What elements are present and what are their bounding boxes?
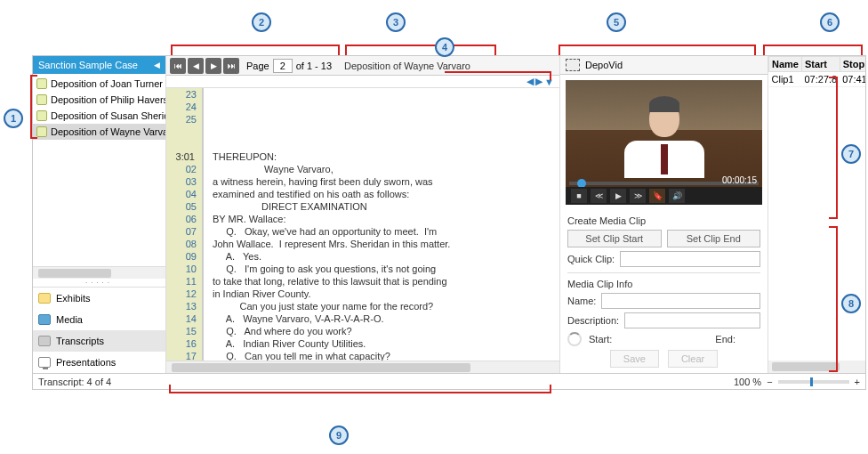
set-clip-start-button[interactable]: Set Clip Start [567,230,662,247]
prev-page-button[interactable]: ◀ [188,58,204,74]
quick-clip-input[interactable] [620,251,760,267]
line-number-column: 2324253:01020304050607080910111213141516… [166,88,204,361]
clip-info-group-label: Media Clip Info [567,279,760,289]
callout-4: 4 [435,37,454,57]
callout-5: 5 [607,12,626,32]
case-header[interactable]: Sanction Sample Case ◀ [33,56,165,74]
zoom-in-button[interactable]: + [855,377,860,387]
film-icon [566,59,580,71]
transcript-icon [36,78,47,89]
nav-exhibits[interactable]: Exhibits [33,288,165,309]
save-clip-button[interactable]: Save [610,350,659,368]
col-start[interactable]: Start [801,57,840,72]
page-input[interactable] [273,59,293,73]
callout-2: 2 [252,12,271,32]
bracket-7 [829,77,838,219]
clip-start-label: Start: [589,334,612,345]
volume-button[interactable]: 🔊 [669,189,685,203]
clip-desc-input[interactable] [624,312,760,328]
transcript-icon [36,126,47,137]
zoom-out-button[interactable]: − [767,377,772,387]
video-title: DepoVid [585,60,623,70]
clip-desc-label: Description: [567,315,619,326]
video-viewer: 00:00:15 ■ ≪ ▶ ≫ 🔖 🔊 [560,75,768,210]
clip-table: Name Start Stop Duration Clip1 07:27.8 0… [768,56,865,87]
transcript-title: Deposition of Wayne Varvaro [344,61,470,71]
clip-table-hscroll[interactable] [768,361,865,373]
table-row[interactable]: Clip1 07:27.8 07:41.6 00:13. [769,72,866,87]
nav-media[interactable]: Media [33,309,165,330]
callout-6: 6 [820,12,840,32]
zoom-control: 100 % − + [734,377,860,387]
bracket-3 [345,45,496,55]
forward-button[interactable]: ≫ [630,189,646,203]
video-header: DepoVid [560,56,768,75]
app-window: Sanction Sample Case ◀ Deposition of Joa… [32,55,866,390]
transcript-icon [36,110,47,121]
depo-item[interactable]: Deposition of Susan Sheridan [33,108,165,124]
video-controls: ■ ≪ ▶ ≫ 🔖 🔊 [566,187,762,205]
nav-list: Exhibits Media Transcripts Presentations [33,287,165,373]
bracket-1 [30,75,37,139]
page-label: Page [246,61,269,71]
clip-form: Create Media Clip Set Clip Start Set Cli… [560,210,768,373]
last-page-button[interactable]: ⏭ [223,58,239,74]
clip-table-panel: Name Start Stop Duration Clip1 07:27.8 0… [768,56,865,373]
create-clip-group-label: Create Media Clip [567,215,760,226]
media-icon [38,314,51,325]
nav-transcripts[interactable]: Transcripts [33,330,165,352]
depo-item[interactable]: Deposition of Wayne Varvaro [33,124,165,140]
status-label: Transcript: 4 of 4 [38,377,111,387]
depo-item[interactable]: Deposition of Philip Haverstein [33,92,165,108]
clip-name-input[interactable] [601,293,760,309]
video-panel: DepoVid 00:00:15 ■ ≪ ▶ ≫ 🔖 [559,56,768,373]
quick-clip-label: Quick Clip: [567,254,615,264]
sidebar-resize-handle[interactable]: ····· [33,279,165,287]
collapse-chevron-icon[interactable]: ◀ [154,61,160,69]
depo-item[interactable]: Deposition of Joan Turner [33,76,165,92]
case-title: Sanction Sample Case [38,60,138,70]
sidebar: Sanction Sample Case ◀ Deposition of Joa… [33,56,166,373]
bracket-6 [763,45,863,55]
video-timecode: 00:00:15 [722,175,757,185]
bracket-2 [171,45,340,55]
sidebar-scrollbar[interactable] [33,266,165,279]
col-name[interactable]: Name [769,57,802,72]
callout-3: 3 [386,12,406,32]
bracket-4 [445,71,551,80]
transcript-icon [36,94,47,105]
first-page-button[interactable]: ⏮ [170,58,186,74]
exhibits-icon [38,293,51,304]
page-control: Page of 1 - 13 [246,59,332,73]
callout-1: 1 [4,109,23,128]
callout-8: 8 [841,294,861,313]
main-row: Sanction Sample Case ◀ Deposition of Joa… [33,56,865,373]
marker-button[interactable]: 🔖 [649,189,665,203]
zoom-slider[interactable] [778,380,849,384]
clip-name-label: Name: [567,296,596,306]
bracket-9 [169,385,551,393]
text-column: THEREUPON: Wayne Varvaro,a witness herei… [204,88,559,361]
callout-9: 9 [329,426,349,445]
stop-button[interactable]: ■ [571,189,587,203]
clear-clip-button[interactable]: Clear [668,350,718,368]
nav-presentations[interactable]: Presentations [33,352,165,373]
page-range: of 1 - 13 [296,61,332,71]
video-player[interactable]: 00:00:15 ■ ≪ ▶ ≫ 🔖 🔊 [566,80,762,205]
play-button[interactable]: ▶ [610,189,626,203]
refresh-icon[interactable] [567,332,582,346]
presentations-icon [38,357,51,368]
transcript-hscroll[interactable] [166,361,559,373]
col-stop[interactable]: Stop [840,57,865,72]
set-clip-end-button[interactable]: Set Clip End [667,230,761,247]
bracket-8 [829,226,838,372]
transcripts-icon [38,336,51,346]
video-still [624,96,704,178]
transcript-body[interactable]: 2324253:01020304050607080910111213141516… [166,88,559,361]
callout-7: 7 [841,144,861,164]
rewind-button[interactable]: ≪ [591,189,607,203]
zoom-value: 100 % [734,377,761,387]
clip-end-label: End: [715,334,735,345]
next-page-button[interactable]: ▶ [205,58,221,74]
deposition-list: Deposition of Joan Turner Deposition of … [33,74,165,142]
